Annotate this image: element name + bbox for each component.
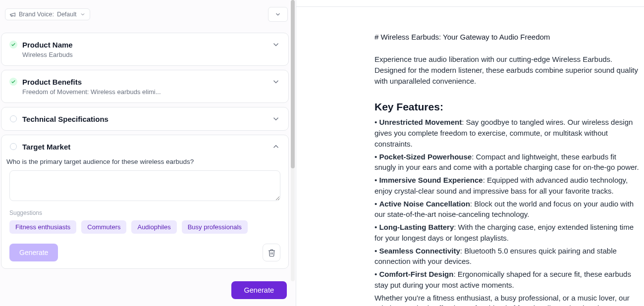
feature-line: • Long-Lasting Battery: With the chargin… (375, 222, 639, 244)
section-header-technical-specs[interactable]: Technical Specifications (9, 114, 280, 123)
left-scrollbar[interactable] (291, 0, 295, 306)
feature-line: • Unrestricted Movement: Say goodbye to … (375, 117, 639, 149)
section-title: Target Market (22, 143, 267, 151)
status-filled-icon (9, 78, 17, 86)
section-product-name: Product Name Wireless Earbuds (1, 33, 289, 66)
trash-icon (268, 249, 276, 257)
target-market-prompt: Who is the primary target audience for t… (6, 158, 280, 165)
section-title: Product Name (22, 41, 267, 49)
section-value-preview: Freedom of Movement: Wireless earbuds el… (22, 88, 280, 96)
suggestion-chip[interactable]: Fitness enthusiasts (9, 220, 76, 234)
doc-intro: Experience true audio liberation with ou… (375, 54, 639, 86)
feature-line: • Seamless Connectivity: Bluetooth 5.0 e… (375, 246, 639, 267)
chevron-down-icon (274, 11, 281, 18)
feature-line: • Active Noise Cancellation: Block out t… (375, 199, 639, 220)
suggestion-chip[interactable]: Audiophiles (131, 220, 176, 234)
chevron-down-icon (271, 40, 280, 49)
section-value-preview: Wireless Earbuds (22, 51, 280, 58)
panel-options-dropdown[interactable] (268, 7, 288, 22)
section-header-product-name[interactable]: Product Name (9, 40, 280, 49)
chevron-up-icon (271, 142, 280, 151)
features-list: • Unrestricted Movement: Say goodbye to … (375, 117, 639, 290)
status-empty-icon (9, 115, 17, 123)
doc-heading: # Wireless Earbuds: Your Gateway to Audi… (375, 33, 639, 41)
suggestion-chip[interactable]: Busy professionals (182, 220, 248, 234)
brand-voice-selector[interactable]: Brand Voice: Default (5, 8, 90, 20)
delete-button[interactable] (263, 244, 280, 261)
feature-line: • Pocket-Sized Powerhouse: Compact and l… (375, 152, 639, 173)
section-header-product-benefits[interactable]: Product Benefits (9, 77, 280, 86)
section-title: Product Benefits (22, 78, 267, 86)
feature-line: • Comfort-First Design: Ergonomically sh… (375, 269, 639, 291)
document-area[interactable]: # Wireless Earbuds: Your Gateway to Audi… (296, 7, 644, 306)
section-title: Technical Specifications (22, 115, 267, 123)
brand-voice-row: Brand Voice: Default (0, 0, 296, 29)
section-product-benefits: Product Benefits Freedom of Movement: Wi… (1, 70, 289, 103)
chevron-down-icon (271, 77, 280, 86)
megaphone-icon (9, 11, 16, 18)
section-technical-specs: Technical Specifications (1, 107, 289, 131)
section-generate-button[interactable]: Generate (9, 244, 58, 261)
chevron-down-icon (271, 114, 280, 123)
doc-outro: Whether you're a fitness enthusiast, a b… (375, 293, 639, 306)
section-header-target-market[interactable]: Target Market (9, 142, 280, 151)
left-footer: Generate (0, 274, 296, 306)
generate-button[interactable]: Generate (231, 281, 287, 299)
section-body-target-market: Who is the primary target audience for t… (9, 158, 280, 261)
section-target-market: Target Market Who is the primary target … (1, 135, 289, 269)
editor-panel: # Wireless Earbuds: Your Gateway to Audi… (296, 0, 644, 306)
suggestion-chips: Fitness enthusiasts Commuters Audiophile… (9, 220, 280, 234)
brand-voice-value: Default (57, 11, 77, 18)
brand-voice-label: Brand Voice: (19, 11, 54, 18)
status-empty-icon (9, 143, 17, 151)
target-market-input[interactable] (9, 170, 280, 201)
status-filled-icon (9, 41, 17, 49)
suggestions-label: Suggestions (9, 209, 280, 216)
form-panel: Brand Voice: Default Product Name Wirele… (0, 0, 296, 306)
form-scroll[interactable]: Brand Voice: Default Product Name Wirele… (0, 0, 296, 274)
doc-features-heading: Key Features: (375, 101, 639, 113)
chevron-down-icon (80, 11, 86, 17)
feature-line: • Immersive Sound Experience: Equipped w… (375, 175, 639, 197)
suggestion-chip[interactable]: Commuters (81, 220, 126, 234)
editor-toolbar (296, 0, 644, 7)
